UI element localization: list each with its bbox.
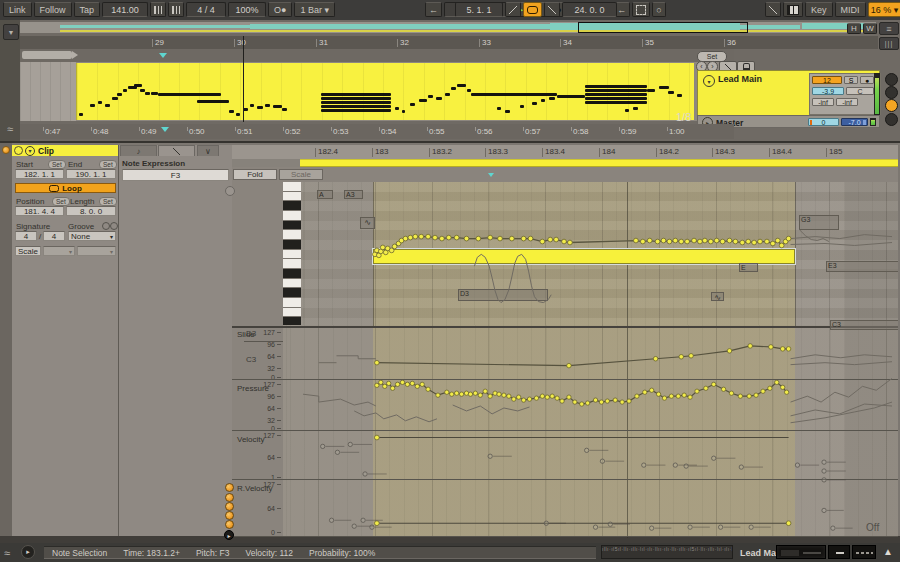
- signature-denominator-field[interactable]: 4: [43, 231, 65, 241]
- arrangement-overview[interactable]: [20, 22, 876, 33]
- editor-beat-ruler[interactable]: 182.4183183.2183.3183.4184184.2184.3184.…: [232, 145, 898, 160]
- clip-length-field[interactable]: 8. 0. 0: [66, 206, 116, 216]
- set-start-button[interactable]: Set: [48, 160, 66, 169]
- fixed-height-button[interactable]: H: [847, 23, 861, 34]
- track-stop-button[interactable]: [885, 113, 898, 126]
- tab-notes[interactable]: ♪: [120, 145, 157, 156]
- clip-activator-icon[interactable]: [14, 146, 23, 155]
- tap-tempo-button[interactable]: Tap: [74, 2, 101, 17]
- overview-menu-icon[interactable]: ≡: [879, 22, 899, 35]
- black-key[interactable]: [283, 201, 301, 211]
- scale-highlight-button[interactable]: Scale: [279, 169, 323, 180]
- fold-panel-button[interactable]: ▾: [25, 146, 35, 156]
- ghost-note[interactable]: E: [739, 263, 758, 272]
- key-map-button[interactable]: Key: [805, 2, 833, 17]
- commit-groove-icon[interactable]: [102, 222, 110, 230]
- track-display-mode-icon[interactable]: |||: [879, 37, 899, 50]
- track-stop-button[interactable]: [885, 86, 898, 99]
- capture-midi-button[interactable]: ○: [652, 2, 665, 17]
- white-key[interactable]: [283, 250, 301, 260]
- clip-position-field[interactable]: 181. 4. 4: [15, 206, 64, 216]
- white-key[interactable]: [283, 211, 301, 221]
- midi-map-button[interactable]: MIDI: [835, 2, 866, 17]
- lane-chooser-top-icon[interactable]: [225, 186, 235, 196]
- track-volume-field[interactable]: -3.9: [812, 87, 844, 95]
- send-a-field[interactable]: -inf: [812, 98, 834, 106]
- lane-chooser-icon[interactable]: [225, 483, 234, 492]
- link-button[interactable]: Link: [3, 2, 32, 17]
- loop-brace-handle[interactable]: [22, 51, 72, 59]
- black-key[interactable]: [283, 288, 301, 298]
- follow-playhead-button[interactable]: ←: [425, 2, 442, 17]
- zoom-back-icon[interactable]: ≈: [4, 547, 10, 559]
- white-key[interactable]: [283, 230, 301, 240]
- signature-numerator-field[interactable]: 4: [15, 231, 37, 241]
- beat-time-ruler[interactable]: 2930313233343536: [20, 36, 878, 49]
- arm-button[interactable]: ●: [860, 76, 874, 84]
- groove-select[interactable]: None▾: [68, 231, 116, 241]
- lane-play-icon[interactable]: ▸: [224, 530, 234, 540]
- close-arrangement-button[interactable]: ▼: [3, 24, 19, 40]
- lead-main-arrangement-clip[interactable]: [76, 63, 694, 120]
- black-key[interactable]: [283, 240, 301, 250]
- white-key[interactable]: [283, 298, 301, 308]
- clip-start-field[interactable]: 182. 1. 1: [15, 169, 64, 179]
- draw-mode-button[interactable]: [765, 2, 781, 17]
- ghost-note[interactable]: C3: [830, 320, 898, 330]
- lane-grid-slide[interactable]: [283, 325, 898, 379]
- quantization-menu[interactable]: 1 Bar ▾: [294, 2, 335, 17]
- punch-in-button[interactable]: [505, 2, 521, 17]
- clip-end-field[interactable]: 190. 1. 1: [66, 169, 116, 179]
- lane-chooser-icon[interactable]: [225, 511, 234, 520]
- nudge-up-button[interactable]: [168, 2, 184, 17]
- scale-root-select[interactable]: ▾: [43, 246, 75, 256]
- editor-loop-bar[interactable]: [300, 159, 898, 167]
- follow-button[interactable]: Follow: [34, 2, 72, 17]
- white-key[interactable]: [283, 259, 301, 269]
- ghost-note[interactable]: G3: [799, 215, 839, 230]
- clip-loop-toggle[interactable]: Loop: [15, 183, 116, 193]
- overview-viewport-frame[interactable]: [578, 22, 748, 33]
- set-end-button[interactable]: Set: [99, 160, 117, 169]
- note-display-area[interactable]: D3 C3: [232, 182, 898, 327]
- white-key[interactable]: [283, 279, 301, 289]
- loop-length-field[interactable]: 24. 0. 0: [562, 2, 617, 17]
- time-ruler[interactable]: 0:470:480:490:500:510:520:530:540:550:56…: [20, 124, 734, 139]
- track-name[interactable]: Lead Main: [718, 74, 762, 84]
- send-b-field[interactable]: -inf: [836, 98, 858, 106]
- lane-grid-rvelocity[interactable]: [283, 479, 898, 536]
- ghost-note[interactable]: E3: [826, 261, 898, 272]
- ghost-expression-icon[interactable]: ∿: [360, 217, 375, 229]
- loop-button[interactable]: [523, 2, 542, 17]
- black-key[interactable]: [283, 221, 301, 231]
- punch-out-button[interactable]: [544, 2, 560, 17]
- black-key[interactable]: [283, 269, 301, 279]
- piano-keys[interactable]: [283, 182, 301, 327]
- tempo-field[interactable]: 141.00: [102, 2, 148, 17]
- selected-note-f3[interactable]: [373, 249, 795, 264]
- groove-amount-field[interactable]: 100%: [228, 2, 266, 17]
- loop-start-field[interactable]: 5. 1. 1: [455, 2, 503, 17]
- white-key[interactable]: [283, 308, 301, 318]
- track-record-indicator[interactable]: [885, 99, 898, 112]
- scrub-area[interactable]: [20, 49, 734, 62]
- ghost-note[interactable]: D3: [458, 289, 548, 301]
- white-key[interactable]: [283, 192, 301, 202]
- preview-play-icon[interactable]: ▸: [21, 545, 35, 559]
- ghost-expression-icon[interactable]: ∿: [711, 292, 724, 301]
- nudge-down-button[interactable]: [150, 2, 166, 17]
- track-header-lead-main[interactable]: ▾ Lead Main 12 S ● -3.9 C -inf -inf: [697, 70, 880, 116]
- zoom-back-icon[interactable]: ≈: [2, 122, 18, 135]
- set-position-button[interactable]: Set: [52, 197, 70, 206]
- scale-toggle-button[interactable]: Scale: [15, 246, 41, 256]
- set-length-button[interactable]: Set: [99, 197, 117, 206]
- lane-chooser-icon[interactable]: [225, 520, 234, 529]
- lane-grid-pressure[interactable]: [283, 379, 898, 430]
- ghost-note[interactable]: A: [317, 190, 333, 199]
- fold-button[interactable]: Fold: [233, 169, 277, 180]
- lane-chooser-icon[interactable]: [225, 502, 234, 511]
- arrangement-track-lane[interactable]: [20, 62, 734, 121]
- hot-swap-groove-icon[interactable]: [110, 222, 118, 230]
- master-volume-field[interactable]: -7.0: [841, 118, 868, 126]
- clip-panel-header[interactable]: ▾ Clip: [12, 145, 118, 156]
